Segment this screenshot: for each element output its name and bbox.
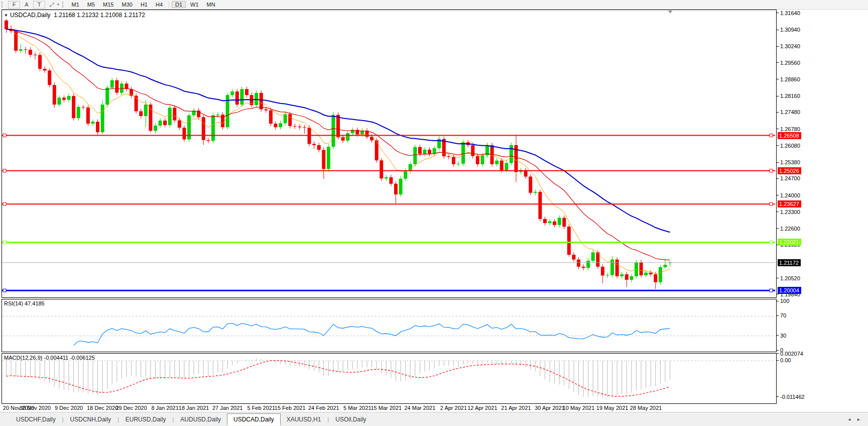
rsi-line [74,324,670,346]
timeframe-button-W1[interactable]: W1 [187,1,202,8]
candle-body [29,50,32,55]
hline-handle[interactable] [770,134,773,137]
chart-tab-USDCAD-Daily[interactable]: USDCAD,Daily [227,413,281,425]
hline-handle[interactable] [3,169,6,172]
chart-tabs-bar: USDCHF,Daily|USDCNH,Daily|EURUSD,Daily|A… [0,412,868,426]
tab-scroll-right-icon[interactable]: ► [856,417,861,422]
candle-body [48,70,51,85]
candle-body [404,171,407,179]
date-label: 27 Jan 2021 [212,405,243,411]
candle-body [461,142,465,164]
candle-body [620,274,624,276]
candle-body [640,262,643,275]
toolbar-grip[interactable] [2,2,6,8]
chart-tab-EURUSD-Daily[interactable]: EURUSD,Daily [119,414,172,425]
candle-body [144,104,148,116]
macd-indicator-panel[interactable]: MACD(12,26,9) -0.004411 -0.006125 [2,353,777,404]
date-label: 29 Dec 2020 [115,405,147,411]
timeframe-button-H4[interactable]: H4 [152,1,166,8]
arrow-tools-dropdown-icon[interactable]: ▾ [57,3,59,7]
top-toolbar: F A T ⤢ ▾ M1M5M15M30H1H4D1W1MN [0,0,868,10]
chart-tab-USDCHF-Daily[interactable]: USDCHF,Daily [10,414,62,425]
hline-handle[interactable] [3,202,6,205]
chart-tab-USDCNH-Daily[interactable]: USDCNH,Daily [64,414,117,425]
candle-body [625,274,629,280]
price-tick [777,278,779,278]
candle-body [274,124,277,127]
candle-body [81,107,85,108]
date-label: 5 Mar 2021 [343,405,371,411]
rsi-name: RSI(14) [4,300,23,306]
chart-tab-AUDUSD-Daily[interactable]: AUDUSD,Daily [174,414,227,425]
text-tool-icon[interactable]: A [21,1,32,8]
arrow-tools-icon[interactable]: ⤢ [46,1,57,9]
candle-body [279,123,282,127]
candle-body [178,121,181,128]
candle-body [110,80,114,88]
hline-handle[interactable] [770,169,773,172]
hline-handle[interactable] [770,289,773,292]
rsi-indicator-panel[interactable]: RSI(14) 47.4185 [2,299,777,352]
timeframe-button-D1[interactable]: D1 [172,1,186,8]
hline-handle[interactable] [770,202,773,205]
price-tick [777,294,779,294]
rsi-plot [2,299,775,351]
rsi-tick-label: 30 [780,333,786,339]
date-label: 8 Jan 2021 [151,405,178,411]
price-tick-label: 1.29560 [780,60,800,66]
candle-body [331,115,335,147]
date-label: 9 Dec 2020 [55,405,83,411]
timeframe-button-M30[interactable]: M30 [118,1,136,8]
chart-shift-marker-icon[interactable] [668,11,673,14]
timeframe-button-M1[interactable]: M1 [68,1,83,8]
hline-handle[interactable] [3,241,6,244]
main-chart-panel[interactable]: ▼USDCAD,Daily 1.21168 1.21232 1.21008 1.… [2,10,777,298]
candle-body [394,184,398,194]
fibonacci-tool-icon[interactable]: F [8,1,20,9]
chart-tab-XAUUSD-H1[interactable]: XAUUSD,H1 [281,414,327,425]
candle-body [663,265,667,267]
candle-body [654,274,657,282]
candle-body [38,55,42,69]
toolbar-grip-2[interactable] [62,2,66,8]
price-tick [777,96,779,96]
date-label: 24 Feb 2021 [308,405,339,411]
candle-body [96,122,99,132]
price-axis[interactable]: 1.316401.309401.302401.295601.288601.281… [777,10,868,411]
macd-tick [777,360,779,361]
symbol-dropdown-icon[interactable]: ▼ [4,13,8,18]
text-label-tool-icon[interactable]: T [33,1,45,9]
time-axis[interactable]: 20 Nov 202030 Nov 20209 Dec 202018 Dec 2… [2,404,777,412]
candle-body [558,218,561,225]
candle-body [630,276,633,280]
chart-ohlc-quotes: 1.21168 1.21232 1.21008 1.21172 [54,12,145,19]
date-label: 19 May 2021 [596,405,629,411]
candle-body [264,110,268,111]
tab-scroll-left-icon[interactable]: ◄ [847,417,851,422]
chart-header: ▼USDCAD,Daily 1.21168 1.21232 1.21008 1.… [4,12,145,19]
timeframe-button-MN[interactable]: MN [203,1,219,8]
macd-tick-label: 0.00 [780,357,791,363]
candle-body [649,273,653,274]
candle-body [163,121,167,125]
timeframe-button-M5[interactable]: M5 [84,1,98,8]
candle-body [182,128,186,139]
timeframe-button-H1[interactable]: H1 [137,1,151,8]
hline-handle[interactable] [3,289,6,292]
timeframe-button-M15[interactable]: M15 [99,1,117,8]
date-label: 15 Mar 2021 [370,405,402,411]
candle-body [303,127,306,128]
chart-tab-USOil-Daily[interactable]: USOil,Daily [329,414,372,425]
price-tick-label: 1.27480 [780,109,800,115]
hline-handle[interactable] [770,241,773,244]
rsi-tick [777,350,779,351]
price-tick [777,178,779,179]
macd-value: -0.004411 -0.006125 [44,355,94,361]
date-label: 10 May 2021 [563,405,595,411]
date-label: 18 Dec 2020 [87,405,118,411]
hline-handle[interactable] [3,134,6,137]
candle-body [399,179,403,194]
price-tick [777,211,779,212]
candle-body [389,177,393,184]
candle-body [173,108,176,120]
